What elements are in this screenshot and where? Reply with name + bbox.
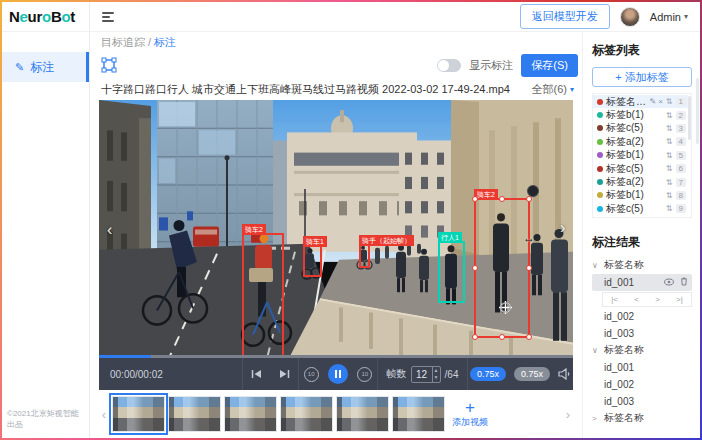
rect-select-tool-icon[interactable] (101, 57, 117, 73)
edit-icon[interactable]: ✎ (649, 97, 656, 106)
label-name: 标签b(1) (606, 108, 663, 122)
video-thumbnail[interactable] (392, 396, 445, 432)
top-bar: 返回模型开发 Admin ▾ (90, 2, 700, 32)
video-thumbnail[interactable] (112, 396, 165, 432)
video-thumbnail[interactable] (336, 396, 389, 432)
annotation-box[interactable]: 骑车2 (242, 233, 284, 357)
save-button[interactable]: 保存(S) (521, 54, 578, 77)
delete-icon[interactable]: × (658, 97, 663, 106)
label-list-scrollbar[interactable] (688, 96, 691, 140)
results-row[interactable]: id_003 |< (592, 325, 692, 342)
results-row[interactable]: id_003 |< (592, 393, 692, 410)
results-row[interactable]: id_002 |< (592, 376, 692, 393)
frame-step-up-icon[interactable]: ▲ (434, 368, 439, 373)
thumbs-next-chevron[interactable]: › (563, 407, 573, 422)
frame-number-input[interactable]: 12 ▲ ▼ (411, 366, 441, 383)
sort-icon[interactable]: ⇅ (666, 124, 673, 133)
results-row[interactable]: > 标签名称 (592, 410, 692, 427)
forward-10-icon[interactable]: 10 (357, 367, 372, 382)
results-row[interactable]: |< < > >| (592, 291, 692, 308)
results-row[interactable]: ∨ 标签名称 (592, 342, 692, 359)
resize-handle[interactable] (526, 265, 532, 271)
frame-number-value[interactable]: 12 (412, 369, 432, 380)
results-row[interactable]: id_001 |< (592, 359, 692, 376)
label-list-item[interactable]: 标签b(1) ✎ × ⇅ 5 (593, 149, 688, 162)
resize-handle[interactable] (472, 265, 478, 271)
label-list-item[interactable]: 标签b(1) ✎ × ⇅ 8 (593, 189, 688, 202)
label-list-item[interactable]: 标签c(5) ✎ × ⇅ 3 (593, 122, 688, 135)
label-list-item[interactable]: 标签c(5) ✎ × ⇅ 9 (593, 202, 688, 215)
right-panel-scrollbar[interactable] (696, 78, 699, 144)
resize-handle[interactable] (499, 196, 505, 202)
add-label-button[interactable]: + 添加标签 (592, 67, 692, 87)
results-row[interactable]: id_002 |< (592, 308, 692, 325)
prev-video-chevron[interactable]: ‹ (107, 222, 112, 238)
video-filter-dropdown[interactable]: 全部(6) ▾ (532, 82, 582, 97)
rewind-10-icon[interactable]: 10 (304, 367, 319, 382)
video-thumbnail[interactable] (280, 396, 333, 432)
label-name: 标签b(1) (606, 188, 663, 202)
resize-handle[interactable] (472, 196, 478, 202)
resize-handle[interactable] (526, 196, 532, 202)
add-video-button[interactable]: + 添加视频 (448, 394, 492, 434)
thumbs-prev-chevron[interactable]: ‹ (99, 407, 109, 422)
user-menu[interactable]: Admin ▾ (650, 11, 688, 23)
prev-frame-icon[interactable] (251, 369, 262, 379)
last-page-icon[interactable]: >| (676, 295, 683, 304)
speed-pill-active[interactable]: 0.75x (470, 367, 506, 381)
pause-button[interactable] (328, 364, 348, 384)
video-progress-bar[interactable] (99, 355, 573, 358)
resize-handle[interactable] (526, 334, 532, 340)
sidebar-item-annotate[interactable]: ✎ 标注 (2, 52, 89, 82)
next-video-chevron[interactable]: › (560, 220, 565, 236)
pencil-icon: ✎ (15, 61, 24, 74)
annotation-box[interactable]: 行人1 (438, 241, 465, 303)
video-canvas[interactable]: 骑车2 骑 (99, 100, 573, 358)
back-to-model-dev-button[interactable]: 返回模型开发 (520, 4, 610, 29)
sort-icon[interactable]: ⇅ (666, 204, 673, 213)
resize-handle[interactable] (472, 334, 478, 340)
sort-icon[interactable]: ⇅ (666, 164, 673, 173)
tree-caret-icon[interactable]: ∨ (592, 261, 604, 270)
annotation-label: 骑手（起始帧） (359, 235, 414, 246)
label-list-item[interactable]: 标签名字最长数... ✎ × ⇅ 1 (593, 95, 688, 108)
video-thumbnail[interactable] (224, 396, 277, 432)
first-page-icon[interactable]: |< (611, 295, 618, 304)
breadcrumb-parent[interactable]: 目标追踪 (101, 35, 145, 50)
sort-icon[interactable]: ⇅ (666, 97, 673, 106)
avatar[interactable] (620, 7, 640, 27)
next-page-icon[interactable]: > (655, 295, 660, 304)
label-color-dot (597, 99, 603, 105)
visibility-icon[interactable] (664, 277, 674, 288)
sort-icon[interactable]: ⇅ (666, 111, 673, 120)
trash-icon[interactable] (680, 277, 688, 288)
frame-step-down-icon[interactable]: ▼ (434, 375, 439, 380)
label-list-item[interactable]: 标签a(2) ✎ × ⇅ 4 (593, 135, 688, 148)
label-list-item[interactable]: 标签c(5) ✎ × ⇅ 6 (593, 162, 688, 175)
tree-caret-icon[interactable]: ∨ (592, 346, 604, 355)
results-row-label: 标签名称 (604, 258, 692, 272)
prev-page-icon[interactable]: < (634, 295, 639, 304)
volume-icon[interactable] (558, 368, 571, 380)
label-list-item[interactable]: 标签b(1) ✎ × ⇅ 2 (593, 108, 688, 121)
results-row[interactable]: id_001 |< (592, 274, 692, 291)
sort-icon[interactable]: ⇅ (666, 137, 673, 146)
show-annotation-toggle[interactable] (437, 59, 461, 72)
sort-icon[interactable]: ⇅ (666, 178, 673, 187)
sort-icon[interactable]: ⇅ (666, 151, 673, 160)
speed-pill[interactable]: 0.75x (514, 367, 550, 381)
logo-letter: o (61, 8, 70, 25)
tree-caret-icon[interactable]: > (592, 414, 604, 423)
label-color-dot (597, 179, 603, 185)
sort-icon[interactable]: ⇅ (666, 191, 673, 200)
right-panel: 标签列表 + 添加标签 标签名字最长数... ✎ × ⇅ (582, 32, 700, 438)
next-frame-icon[interactable] (279, 369, 290, 379)
collapse-menu-icon[interactable] (102, 12, 114, 22)
page: NeuroBot ✎ 标注 ©2021北京矩视智能出品 返回模型开发 Admin… (2, 2, 700, 438)
resize-handle[interactable] (499, 334, 505, 340)
results-row[interactable]: ∨ 标签名称 (592, 257, 692, 274)
label-list-item[interactable]: 标签a(2) ✎ × ⇅ 7 (593, 175, 688, 188)
video-thumbnail[interactable] (168, 396, 221, 432)
annotation-box[interactable]: 骑手（起始帧） (359, 244, 370, 268)
annotation-box[interactable]: 骑车1 (303, 245, 322, 277)
